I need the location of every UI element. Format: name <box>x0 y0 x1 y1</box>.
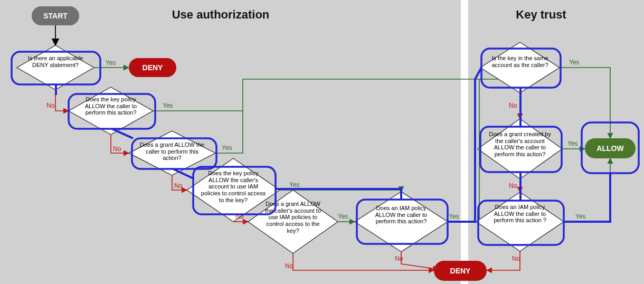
allow-node: ALLOW <box>585 138 636 158</box>
label-d2-no: No <box>113 145 121 153</box>
start-node: START <box>32 6 79 25</box>
highlight-conn-d2-d3 <box>112 129 133 138</box>
label-d6-yes: Yes <box>449 213 459 220</box>
edge-d2-yes <box>153 63 512 111</box>
highlight-conn-k3-allow <box>564 173 610 222</box>
deny-node-2: DENY <box>434 261 487 281</box>
svg-text:DENY: DENY <box>143 63 164 72</box>
label-d5-yes: Yes <box>338 213 348 220</box>
label-d4-yes: Yes <box>289 181 300 188</box>
label-d3-no: No <box>174 182 183 190</box>
label-k3-yes: Yes <box>575 213 586 220</box>
svg-text:ALLOW: ALLOW <box>596 144 624 153</box>
edge-d5-no <box>293 253 434 270</box>
label-d6-no: No <box>395 255 403 262</box>
label-k1-no: No <box>509 102 517 109</box>
edge-k1-yes <box>560 68 610 138</box>
flowchart-canvas: Use authorization Key trust START Is the… <box>0 0 644 284</box>
label-d5-no: No <box>285 262 293 270</box>
label-k3-no: No <box>512 255 520 262</box>
edge-k3-yes <box>564 158 610 222</box>
highlight-conn-d3-d4 <box>173 169 193 178</box>
decision-k1: Is the key in the same account as the ca… <box>480 42 560 93</box>
edge-d4-yes <box>280 190 401 192</box>
decision-k2: Does a grant created by the caller's acc… <box>478 119 562 179</box>
decision-d6: Does an IAM policy ALLOW the caller to p… <box>355 192 448 252</box>
label-k1-yes: Yes <box>569 59 580 66</box>
label-d2-yes: Yes <box>163 102 173 109</box>
section-divider <box>461 0 468 284</box>
label-d3-yes: Yes <box>222 144 232 152</box>
edge-d6-no <box>401 252 438 269</box>
edge-d1-no <box>55 90 69 111</box>
label-k2-yes: Yes <box>567 140 578 147</box>
label-k2-no: No <box>509 182 517 190</box>
svg-text:DENY: DENY <box>450 267 471 275</box>
svg-text:START: START <box>43 12 68 20</box>
deny-node-1: DENY <box>129 58 176 77</box>
label-d1-no: No <box>46 102 55 109</box>
title-key-trust: Key trust <box>516 8 566 21</box>
title-use-authorization: Use authorization <box>172 8 270 21</box>
label-d1-yes: Yes <box>106 59 116 67</box>
